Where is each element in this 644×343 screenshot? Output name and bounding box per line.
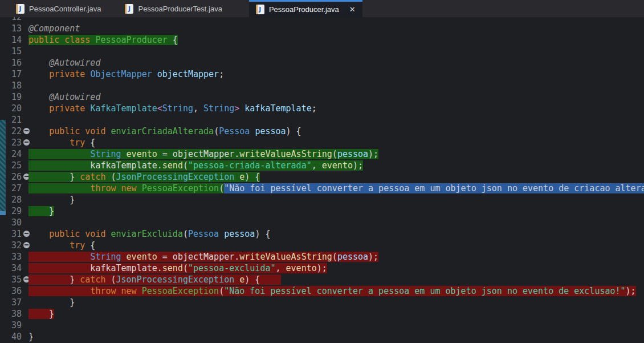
coverage-uncovered-highlight: kafkaTemplate.send("pessoa-excluida", ev… <box>28 263 327 273</box>
code-line-27[interactable]: 27 throw new PessoaException("Não foi pe… <box>0 183 644 194</box>
code-line-33[interactable]: 33 String evento = objectMapper.writeVal… <box>0 251 644 263</box>
code-line-28[interactable]: 28 } <box>0 194 644 205</box>
selected-text: "Não foi pessível converter a pessoa em … <box>224 183 644 193</box>
tab-bar: JPessoaController.javaJPessoaProducerTes… <box>0 0 644 17</box>
line-number: 18 <box>0 80 22 91</box>
coverage-covered-highlight: String evento = objectMapper.writeValueA… <box>28 149 378 159</box>
line-number: 16 <box>0 57 22 68</box>
java-file-icon: J <box>16 4 25 14</box>
line-number: 21 <box>0 114 22 126</box>
code-line-15[interactable]: 15 <box>0 46 644 57</box>
code-line-13[interactable]: 13@Component <box>0 23 644 34</box>
code-text: } <box>28 308 54 320</box>
tab-pessoacontroller-java[interactable]: JPessoaController.java <box>7 0 109 17</box>
code-line-24[interactable]: 24 String evento = objectMapper.writeVal… <box>0 148 644 160</box>
code-line-16[interactable]: 16 @Autowired <box>0 57 644 68</box>
code-line-38[interactable]: 38 } <box>0 308 644 320</box>
coverage-covered-highlight: public class PessoaProducer { <box>28 35 178 45</box>
code-line-25[interactable]: 25 kafkaTemplate.send("pessoa-criada-alt… <box>0 160 644 171</box>
code-text: } <box>28 331 34 342</box>
code-line-22[interactable]: 22 public void enviarCriadaAlterada(Pess… <box>0 126 644 137</box>
code-text: @Autowired <box>28 91 100 103</box>
coverage-covered-highlight: throw new PessoaException("Não foi pessí… <box>28 183 644 193</box>
line-number: 31 <box>0 228 22 240</box>
code-line-23[interactable]: 23 try { <box>0 137 644 148</box>
code-text: try { <box>28 137 95 148</box>
code-line-35[interactable]: 35 } catch (JsonProcessingException e) { <box>0 274 644 285</box>
code-line-21[interactable]: 21 <box>0 114 644 126</box>
code-text: try { <box>28 240 95 251</box>
code-line-30[interactable]: 30 <box>0 217 644 228</box>
code-line-12[interactable]: 12 <box>0 17 644 23</box>
line-number: 40 <box>0 331 22 342</box>
code-line-20[interactable]: 20 private KafkaTemplate<String, String>… <box>0 103 644 114</box>
line-number: 30 <box>0 217 22 228</box>
code-text: private KafkaTemplate<String, String> ka… <box>28 103 317 114</box>
code-text: String evento = objectMapper.writeValueA… <box>28 148 378 160</box>
code-line-34[interactable]: 34 kafkaTemplate.send("pessoa-excluida",… <box>0 263 644 274</box>
close-icon[interactable]: ✕ <box>349 6 356 13</box>
code-line-19[interactable]: 19 @Autowired <box>0 91 644 103</box>
java-file-icon: J <box>125 4 133 14</box>
code-text: public void enviarCriadaAlterada(Pessoa … <box>28 126 301 137</box>
code-line-36[interactable]: 36 throw new PessoaException("Não foi pe… <box>0 285 644 297</box>
line-number: 13 <box>0 23 22 34</box>
code-text: kafkaTemplate.send("pessoa-criada-altera… <box>28 160 363 171</box>
code-line-26[interactable]: 26 } catch (JsonProcessingException e) { <box>0 171 644 183</box>
line-number: 32 <box>0 240 22 251</box>
line-number: 38 <box>0 308 22 320</box>
coverage-covered-highlight: } <box>28 206 54 216</box>
code-text: } catch (JsonProcessingException e) { <box>28 274 281 285</box>
line-number: 33 <box>0 251 22 263</box>
line-number: 15 <box>0 46 22 57</box>
code-text: throw new PessoaException("Não foi pessí… <box>28 285 636 297</box>
code-text: } <box>28 205 54 217</box>
code-text: @Component <box>28 23 80 34</box>
line-number: 14 <box>0 34 22 46</box>
code-line-29[interactable]: 29 } <box>0 205 644 217</box>
line-number: 17 <box>0 68 22 80</box>
code-text: } <box>28 194 75 205</box>
code-line-39[interactable]: 39 <box>0 320 644 331</box>
code-line-40[interactable]: 40} <box>0 331 644 342</box>
code-text: } catch (JsonProcessingException e) { <box>28 171 260 183</box>
line-number: 36 <box>0 285 22 297</box>
line-number: 22 <box>0 126 22 137</box>
coverage-uncovered-highlight: } catch (JsonProcessingException e) { <box>28 275 281 285</box>
line-number: 12 <box>0 17 22 23</box>
line-number: 24 <box>0 148 22 160</box>
code-line-37[interactable]: 37 } <box>0 297 644 308</box>
tab-pessoaproducer-java[interactable]: JPessoaProducer.java✕ <box>249 0 362 17</box>
line-number: 35 <box>0 274 22 285</box>
line-number: 19 <box>0 91 22 103</box>
line-number: 29 <box>0 205 22 217</box>
coverage-covered-highlight: kafkaTemplate.send("pessoa-criada-altera… <box>28 160 363 171</box>
code-text: throw new PessoaException("Não foi pessí… <box>28 183 644 194</box>
line-number: 26 <box>0 171 22 183</box>
code-line-32[interactable]: 32 try { <box>0 240 644 251</box>
code-editor[interactable]: 1213@Component14public class PessoaProdu… <box>0 17 644 343</box>
code-line-17[interactable]: 17 private ObjectMapper objectMapper; <box>0 68 644 80</box>
line-number: 28 <box>0 194 22 205</box>
code-text: public void enviarExcluida(Pessoa pessoa… <box>28 228 270 240</box>
code-line-18[interactable]: 18 <box>0 80 644 91</box>
code-text: kafkaTemplate.send("pessoa-excluida", ev… <box>28 263 327 274</box>
line-number: 20 <box>0 103 22 114</box>
tab-label: PessoaProducerTest.java <box>138 5 222 13</box>
code-line-31[interactable]: 31 public void enviarExcluida(Pessoa pes… <box>0 228 644 240</box>
tab-label: PessoaProducer.java <box>269 5 339 14</box>
tab-pessoaproducertest-java[interactable]: JPessoaProducerTest.java <box>116 0 230 17</box>
code-line-14[interactable]: 14public class PessoaProducer { <box>0 34 644 46</box>
coverage-uncovered-highlight: String evento = objectMapper.writeValueA… <box>28 252 378 262</box>
code-text: @Autowired <box>28 57 100 68</box>
coverage-uncovered-highlight: } <box>28 309 54 319</box>
line-number: 37 <box>0 297 22 308</box>
code-text: private ObjectMapper objectMapper; <box>28 68 224 80</box>
line-number: 39 <box>0 320 22 331</box>
code-text: String evento = objectMapper.writeValueA… <box>28 251 378 263</box>
tab-label: PessoaController.java <box>29 5 101 13</box>
line-number: 27 <box>0 183 22 194</box>
line-number: 25 <box>0 160 22 171</box>
line-number: 23 <box>0 137 22 148</box>
code-text: } <box>28 297 75 308</box>
